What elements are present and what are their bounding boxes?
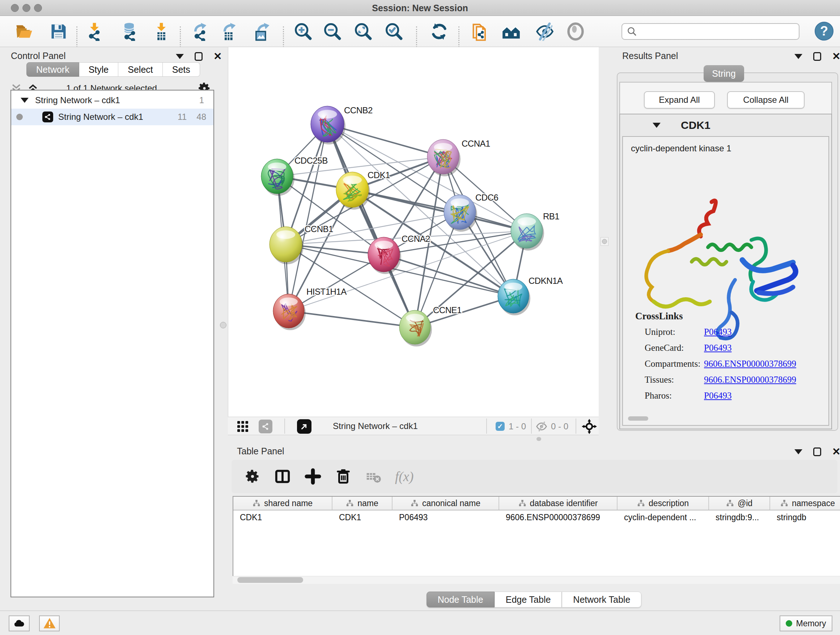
open-string-web-icon[interactable] xyxy=(470,21,491,42)
zoom-out-icon[interactable] xyxy=(322,21,343,42)
refresh-icon[interactable] xyxy=(429,21,449,42)
node-CCNB2[interactable]: CCNB2 xyxy=(311,105,373,144)
table-row[interactable]: CDK1CDK1P064939606.ENSP00000378699cyclin… xyxy=(233,510,840,525)
edge-CCNA2-CDKN1A[interactable] xyxy=(384,255,513,296)
network-graph[interactable]: CCNB2CCNA1CDC25BCDK1CDC6RB1CCNB1CCNA2CDK… xyxy=(228,47,599,417)
crosslink-link[interactable]: 9606.ENSP00000378699 xyxy=(704,359,796,369)
export-image-icon[interactable] xyxy=(251,21,272,42)
first-neighbors-icon[interactable] xyxy=(501,21,521,42)
close-panel-icon[interactable]: ✕ xyxy=(213,52,222,61)
table-cell[interactable]: stringdb xyxy=(770,510,840,525)
tab-network[interactable]: Network xyxy=(27,62,79,77)
node-CDC25B[interactable]: CDC25B xyxy=(261,156,328,196)
column-header-database-identifier[interactable]: database identifier xyxy=(499,497,617,510)
right-splitter-handle[interactable] xyxy=(600,237,608,246)
table-cell[interactable]: P06493 xyxy=(393,510,499,525)
help-button[interactable]: ? xyxy=(815,22,834,41)
tab-edge-table[interactable]: Edge Table xyxy=(494,592,562,608)
show-columns-icon[interactable] xyxy=(274,468,291,485)
import-network-database-icon[interactable] xyxy=(119,21,139,42)
edge-CDK1-RB1[interactable] xyxy=(352,190,527,231)
search-box[interactable] xyxy=(622,23,799,40)
add-column-icon[interactable] xyxy=(305,468,321,485)
hidden-eye-icon[interactable] xyxy=(535,421,548,432)
node-CDK1[interactable]: CDK1 xyxy=(336,170,390,210)
selected-checkbox-icon[interactable]: ✓ xyxy=(496,422,505,431)
save-session-icon[interactable] xyxy=(49,21,69,42)
collapse-panel-icon[interactable] xyxy=(794,449,802,454)
export-network-icon[interactable] xyxy=(190,21,210,42)
table-cell[interactable]: 9606.ENSP00000378699 xyxy=(499,510,617,525)
table-cell[interactable]: cyclin-dependent ... xyxy=(617,510,709,525)
float-panel-icon[interactable] xyxy=(195,52,202,61)
collapse-panel-icon[interactable] xyxy=(176,54,184,59)
protein-header[interactable]: CDK1 xyxy=(620,114,831,136)
memory-button[interactable]: Memory xyxy=(780,616,832,631)
node-table[interactable]: shared namenamecanonical namedatabase id… xyxy=(233,496,840,584)
open-session-icon[interactable] xyxy=(14,21,34,42)
left-splitter-handle[interactable] xyxy=(220,322,226,328)
import-network-file-icon[interactable] xyxy=(84,21,104,42)
node-CCNA2[interactable]: CCNA2 xyxy=(368,234,430,274)
tab-sets[interactable]: Sets xyxy=(163,62,200,77)
bottom-splitter-handle[interactable] xyxy=(537,437,541,441)
birdseye-grid-icon[interactable] xyxy=(236,420,249,433)
column-header--id[interactable]: @id xyxy=(709,497,770,510)
titlebar: Session: New Session xyxy=(0,0,840,16)
table-scrollbar-track[interactable] xyxy=(233,576,840,584)
tab-style[interactable]: Style xyxy=(79,62,118,77)
show-all-icon[interactable] xyxy=(565,21,586,42)
protein-collapse-icon[interactable] xyxy=(653,123,660,128)
cloud-status-button[interactable] xyxy=(9,616,30,631)
zoom-in-icon[interactable] xyxy=(293,21,313,42)
node-CDKN1A[interactable]: CDKN1A xyxy=(498,276,563,315)
float-panel-icon[interactable] xyxy=(813,448,821,456)
crosslink-link[interactable]: P06493 xyxy=(704,327,731,337)
zoom-fit-icon[interactable] xyxy=(353,21,373,42)
close-panel-icon[interactable]: ✕ xyxy=(832,448,840,456)
network-type-toolbar-icon[interactable] xyxy=(259,420,272,433)
collapse-panel-icon[interactable] xyxy=(794,54,802,59)
crosslink-link[interactable]: 9606.ENSP00000378699 xyxy=(704,375,796,385)
close-panel-icon[interactable]: ✕ xyxy=(832,52,840,61)
node-CDC6[interactable]: CDC6 xyxy=(444,193,498,232)
hide-selected-icon[interactable] xyxy=(535,21,555,42)
zoom-selected-icon[interactable] xyxy=(384,21,404,42)
network-canvas[interactable]: CCNB2CCNA1CDC25BCDK1CDC6RB1CCNB1CCNA2CDK… xyxy=(228,47,599,417)
collection-expand-icon[interactable] xyxy=(21,98,28,103)
table-cell[interactable]: CDK1 xyxy=(332,510,393,525)
float-panel-icon[interactable] xyxy=(813,52,821,61)
column-header-shared-name[interactable]: shared name xyxy=(233,497,332,510)
table-cell[interactable]: CDK1 xyxy=(233,510,332,525)
export-table-icon[interactable] xyxy=(219,21,240,42)
table-scrollbar-thumb[interactable] xyxy=(237,577,303,583)
collapse-all-button[interactable]: Collapse All xyxy=(727,91,805,109)
warnings-button[interactable] xyxy=(39,616,60,631)
table-cell[interactable]: stringdb:9... xyxy=(709,510,770,525)
delete-column-icon[interactable] xyxy=(335,468,352,485)
node-HIST1H1A[interactable]: HIST1H1A xyxy=(273,287,347,330)
column-header-description[interactable]: description xyxy=(617,497,709,510)
crosslink-link[interactable]: P06493 xyxy=(704,391,731,401)
network-collection-row[interactable]: String Network – cdk1 1 xyxy=(11,92,213,109)
column-type-icon xyxy=(346,499,354,507)
import-table-icon[interactable] xyxy=(151,21,172,42)
column-header-name[interactable]: name xyxy=(332,497,393,510)
column-header-namespace[interactable]: namespace xyxy=(770,497,840,510)
expand-all-button[interactable]: Expand All xyxy=(644,91,715,109)
tab-string[interactable]: String xyxy=(704,65,744,82)
search-input[interactable] xyxy=(638,27,793,36)
open-in-new-window-icon[interactable] xyxy=(297,419,311,434)
tab-select[interactable]: Select xyxy=(118,62,163,77)
tab-node-table[interactable]: Node Table xyxy=(426,592,494,608)
node-RB1[interactable]: RB1 xyxy=(511,211,559,250)
fit-content-crosshair-icon[interactable] xyxy=(582,419,597,434)
tab-network-table[interactable]: Network Table xyxy=(562,592,641,608)
crosslink-link[interactable]: P06493 xyxy=(704,343,731,353)
hidden-node-edge-count: 0 - 0 xyxy=(551,421,568,432)
results-scrollbar-thumb[interactable] xyxy=(628,416,648,421)
column-header-canonical-name[interactable]: canonical name xyxy=(393,497,499,510)
edge-HIST1H1A-CCNE1[interactable] xyxy=(289,311,415,327)
table-options-gear-icon[interactable] xyxy=(245,469,261,485)
network-row-selected[interactable]: String Network – cdk1 11 48 xyxy=(11,109,213,125)
